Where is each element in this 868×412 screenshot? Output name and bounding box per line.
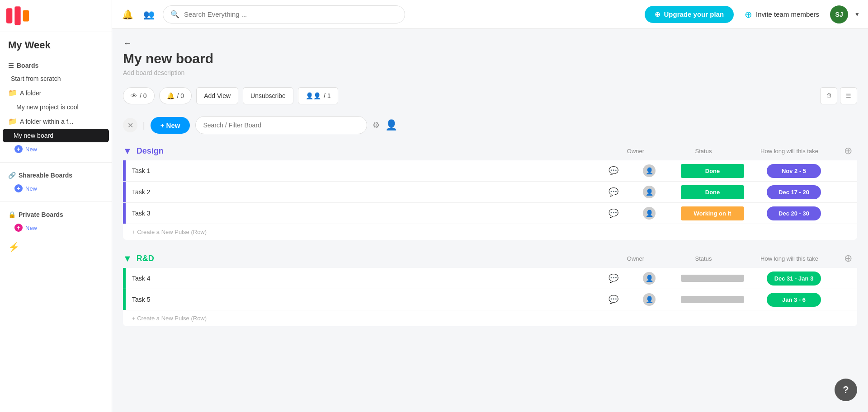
new-board-btn-sidebar[interactable]: + New: [0, 142, 112, 156]
toolbar-divider: |: [143, 121, 145, 130]
sidebar-folder-within[interactable]: 📁 A folder within a f...: [0, 114, 112, 129]
add-view-btn[interactable]: Add View: [196, 87, 238, 104]
owner-avatar[interactable]: 👤: [643, 272, 656, 285]
status-badge[interactable]: [681, 296, 744, 303]
new-private-btn[interactable]: + New: [0, 221, 112, 234]
pulse-btn[interactable]: 🔔 / 0: [159, 87, 192, 104]
owner-avatar[interactable]: 👤: [643, 186, 656, 198]
sidebar-folder-a[interactable]: 📁 A folder: [0, 85, 112, 100]
table-row: Task 2 💬 👤 Done Dec 17 - 20: [123, 182, 857, 203]
more-options-btn[interactable]: ☰: [840, 87, 857, 104]
board-description[interactable]: Add board description: [123, 69, 857, 76]
search-bar[interactable]: 🔍: [163, 5, 405, 23]
comment-icon[interactable]: 💬: [605, 295, 622, 304]
svg-rect-1: [14, 6, 20, 25]
logo-area: [0, 0, 112, 32]
shareable-boards-header[interactable]: 🔗 Shareable Boards: [0, 169, 112, 182]
duration-cell: Dec 31 - Jan 3: [749, 272, 839, 286]
avatar-caret-icon[interactable]: ▼: [854, 11, 860, 18]
boards-section-header[interactable]: ☰ Boards: [0, 59, 112, 72]
sidebar-item-project-cool[interactable]: My new project is cool: [0, 100, 112, 114]
status-cell[interactable]: Done: [676, 164, 749, 178]
col-duration-header: How long will this take: [744, 148, 835, 154]
duration-badge[interactable]: Dec 20 - 30: [767, 206, 821, 220]
lightning-btn[interactable]: ⚡: [0, 238, 112, 256]
filter-icon[interactable]: ⚙: [373, 120, 380, 130]
status-badge[interactable]: [681, 275, 744, 282]
duration-cell: Dec 20 - 30: [749, 206, 839, 220]
status-cell[interactable]: Working on it: [676, 206, 749, 220]
duration-cell: Dec 17 - 20: [749, 185, 839, 199]
filter-search[interactable]: [195, 116, 367, 134]
unsubscribe-btn[interactable]: Unsubscribe: [243, 87, 293, 104]
status-cell[interactable]: Done: [676, 185, 749, 199]
status-cell[interactable]: [676, 275, 749, 282]
watcher-count: / 0: [140, 92, 147, 99]
add-column-btn[interactable]: ⊕: [844, 253, 852, 264]
private-boards-label: Private Boards: [19, 211, 63, 218]
add-column-btn[interactable]: ⊕: [844, 145, 852, 157]
members-btn[interactable]: 👤👤 / 1: [298, 87, 339, 104]
folder-a-label: A folder: [20, 89, 41, 97]
status-badge[interactable]: Working on it: [681, 206, 744, 220]
board-header: ← My new board Add board description: [123, 29, 857, 81]
comment-icon[interactable]: 💬: [605, 166, 622, 176]
group-name: Design: [137, 146, 164, 156]
comment-icon[interactable]: 💬: [605, 273, 622, 283]
status-cell[interactable]: [676, 296, 749, 303]
comment-icon[interactable]: 💬: [605, 187, 622, 197]
my-week-label[interactable]: My Week: [0, 32, 112, 56]
search-input[interactable]: [184, 10, 397, 18]
group-collapse-icon[interactable]: ▼: [123, 146, 132, 156]
help-btn[interactable]: ?: [835, 379, 857, 401]
owner-avatar[interactable]: 👤: [643, 164, 656, 177]
duration-cell: Nov 2 - 5: [749, 164, 839, 178]
notification-icon[interactable]: 🔔: [120, 7, 135, 22]
new-task-btn[interactable]: + New: [151, 117, 190, 134]
add-row-btn[interactable]: + Create a New Pulse (Row): [123, 224, 857, 240]
upgrade-btn[interactable]: ⊕ Upgrade your plan: [645, 6, 734, 23]
avatar[interactable]: SJ: [830, 5, 848, 23]
owner-cell: 👤: [622, 207, 676, 220]
app-logo[interactable]: [6, 5, 29, 27]
new-board-label: New: [25, 146, 37, 153]
status-badge[interactable]: Done: [681, 185, 744, 199]
groups-container: ▼ Design Owner Status How long will this…: [123, 141, 857, 326]
back-btn[interactable]: ←: [123, 38, 132, 48]
activity-icon-btn[interactable]: ⏱: [820, 87, 837, 104]
group-collapse-icon[interactable]: ▼: [123, 253, 132, 264]
duration-badge[interactable]: Jan 3 - 6: [767, 293, 821, 307]
table-row: Task 5 💬 👤 Jan 3 - 6: [123, 289, 857, 310]
watcher-btn[interactable]: 👁 / 0: [123, 87, 155, 104]
team-icon[interactable]: 👥: [142, 7, 156, 22]
shareable-boards-label: Shareable Boards: [19, 172, 72, 179]
board-toolbar: ✕ | + New ⚙ 👤: [123, 112, 857, 141]
col-status-header: Status: [667, 255, 740, 262]
search-icon: 🔍: [170, 10, 179, 19]
add-row-btn[interactable]: + Create a New Pulse (Row): [123, 310, 857, 326]
sidebar-item-start-scratch[interactable]: Start from scratch: [0, 72, 112, 85]
task-rows: Task 1 💬 👤 Done Nov 2 - 5 Task 2 💬 👤 Don…: [123, 160, 857, 240]
owner-avatar[interactable]: 👤: [643, 293, 656, 306]
private-boards-header[interactable]: 🔒 Private Boards: [0, 208, 112, 221]
close-filter-btn[interactable]: ✕: [123, 118, 137, 132]
filter-input[interactable]: [203, 122, 359, 129]
folder-within-label: A folder within a f...: [20, 118, 73, 125]
group-rd: ▼ R&D Owner Status How long will this ta…: [123, 249, 857, 326]
sidebar-item-my-new-board[interactable]: My new board: [3, 129, 109, 142]
svg-rect-2: [23, 10, 29, 22]
comment-icon[interactable]: 💬: [605, 208, 622, 218]
new-shareable-btn[interactable]: + New: [0, 182, 112, 195]
status-badge[interactable]: Done: [681, 164, 744, 178]
start-from-scratch-label: Start from scratch: [11, 75, 61, 82]
project-cool-label: My new project is cool: [16, 103, 79, 111]
duration-badge[interactable]: Dec 31 - Jan 3: [767, 272, 821, 286]
col-status-header: Status: [667, 148, 740, 154]
person-filter-icon[interactable]: 👤: [385, 119, 397, 131]
owner-cell: 👤: [622, 272, 676, 285]
duration-badge[interactable]: Dec 17 - 20: [767, 185, 821, 199]
owner-avatar[interactable]: 👤: [643, 207, 656, 220]
invite-btn[interactable]: ⊕ Invite team members: [740, 9, 824, 20]
duration-badge[interactable]: Nov 2 - 5: [767, 164, 821, 178]
board-tools: ⏱ ☰: [820, 87, 857, 104]
